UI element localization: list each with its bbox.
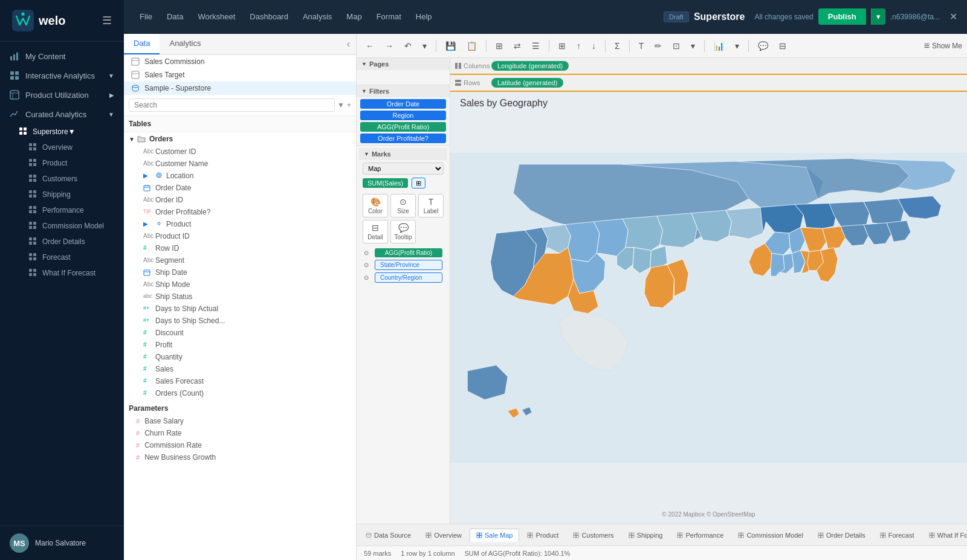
marks-options[interactable]: ☰ (528, 39, 544, 53)
user-profile[interactable]: MS Mario Salvatore (0, 526, 124, 560)
field-discount[interactable]: # Discount (124, 327, 356, 339)
ds-sales-commission[interactable]: Sales Commission (124, 55, 356, 68)
marks-card-label[interactable]: T Label (418, 194, 444, 217)
sidebar-item-overview[interactable]: Overview (0, 140, 124, 155)
sidebar-item-commission-model[interactable]: Commission Model (0, 218, 124, 234)
sidebar-item-what-if-forecast[interactable]: What If Forecast (0, 265, 124, 281)
field-product[interactable]: ▶ Product (124, 218, 356, 230)
tab-sale-map[interactable]: Sale Map (470, 529, 519, 542)
field-days-to-ship-sched[interactable]: #+ Days to Ship Sched... (124, 315, 356, 327)
country-region-pill[interactable]: Country/Region (375, 272, 442, 283)
tab-product[interactable]: Product (520, 529, 565, 542)
text-button[interactable]: T (635, 39, 648, 53)
menu-worksheet[interactable]: Worksheet (192, 10, 241, 24)
add-icon[interactable]: + (347, 101, 351, 109)
marks-options-icon[interactable]: ⊞ (412, 178, 425, 188)
param-commission-rate[interactable]: # Commission Rate (124, 439, 356, 451)
menu-data[interactable]: Data (161, 10, 189, 24)
field-location[interactable]: ▶ Location (124, 170, 356, 182)
menu-file[interactable]: File (134, 10, 158, 24)
marks-toggle[interactable]: ▼ (364, 151, 369, 157)
ds-sample-superstore[interactable]: Sample - Superstore (124, 82, 356, 95)
state-province-pill[interactable]: State/Province (375, 260, 442, 270)
sidebar-item-customers[interactable]: Customers (0, 171, 124, 187)
publish-dropdown-button[interactable]: ▾ (871, 8, 885, 25)
filter-profit-ratio[interactable]: AGG(Profit Ratio) (360, 122, 446, 132)
field-segment[interactable]: Abc Segment (124, 254, 356, 266)
field-row-id[interactable]: # Row ID (124, 242, 356, 254)
param-new-business[interactable]: # New Business Growth (124, 451, 356, 463)
marks-select-button[interactable]: ⊞ (491, 39, 507, 53)
sidebar-item-superstore[interactable]: Superstore ▼ (0, 124, 124, 140)
sidebar-item-curated-analytics[interactable]: Curated Analytics ▼ (0, 105, 124, 124)
field-ship-mode[interactable]: Abc Ship Mode (124, 278, 356, 291)
menu-map[interactable]: Map (340, 10, 367, 24)
field-sales[interactable]: # Sales (124, 363, 356, 375)
field-profit[interactable]: # Profit (124, 339, 356, 351)
sidebar-item-interactive-analytics[interactable]: Interactive Analytics ▼ (0, 66, 124, 85)
pages-toggle[interactable]: ▼ (361, 61, 367, 67)
menu-dashboard[interactable]: Dashboard (244, 10, 294, 24)
param-churn-rate[interactable]: # Churn Rate (124, 427, 356, 439)
show-me-button[interactable]: ≡ Show Me (924, 40, 962, 51)
tab-forecast[interactable]: Forecast (873, 529, 921, 542)
tab-what-if-forecast[interactable]: What If Forecast (922, 529, 967, 542)
search-input[interactable] (129, 98, 335, 112)
tab-shipping[interactable]: Shipping (622, 529, 670, 542)
save-button[interactable]: 💾 (441, 39, 460, 53)
field-ship-date[interactable]: Ship Date (124, 266, 356, 278)
latitude-pill[interactable]: Latitude (generated) (491, 78, 563, 88)
panel-close-icon[interactable]: ‹ (341, 34, 356, 54)
forward-button[interactable]: → (381, 39, 398, 53)
marks-type-select[interactable]: Map Bar Line Circle (363, 163, 444, 175)
longitude-pill[interactable]: Longitude (generated) (491, 61, 569, 71)
border-dropdown[interactable]: ▾ (687, 39, 699, 53)
chart-type-button[interactable]: 📊 (710, 39, 728, 53)
field-product-id[interactable]: Abc Product ID (124, 230, 356, 242)
tab-customers[interactable]: Customers (566, 529, 620, 542)
tab-performance[interactable]: Performance (670, 529, 730, 542)
edit-button[interactable]: ✏ (650, 39, 666, 53)
sidebar-item-my-content[interactable]: My Content (0, 47, 124, 66)
marks-card-tooltip[interactable]: 💬 Tooltip (390, 220, 416, 243)
tab-order-details[interactable]: Order Details (811, 529, 872, 542)
menu-analysis[interactable]: Analysis (297, 10, 338, 24)
swap-button[interactable]: ⇄ (509, 39, 525, 53)
field-days-to-ship[interactable]: #+ Days to Ship Actual (124, 303, 356, 315)
orders-table-header[interactable]: ▼ Orders (124, 132, 356, 146)
sort-desc[interactable]: ↓ (587, 39, 600, 53)
sidebar-item-product-utilization[interactable]: Product Utilization ▶ (0, 85, 124, 105)
field-order-id[interactable]: Abc Order ID (124, 194, 356, 206)
tab-analytics[interactable]: Analytics (160, 34, 210, 54)
group-button[interactable]: ⊞ (554, 39, 570, 53)
filter-order-date[interactable]: Order Date (360, 99, 446, 109)
tab-data[interactable]: Data (124, 34, 160, 54)
close-icon[interactable]: ✕ (949, 11, 957, 22)
field-order-profitable[interactable]: T|F Order Profitable? (124, 206, 356, 218)
marks-card-detail[interactable]: ⊟ Detail (363, 220, 388, 243)
param-base-salary[interactable]: # Base Salary (124, 415, 356, 427)
marks-card-color[interactable]: 🎨 Color (363, 194, 388, 217)
menu-help[interactable]: Help (410, 10, 438, 24)
new-sheet-button[interactable]: 📋 (462, 39, 481, 53)
filter-region[interactable]: Region (360, 111, 446, 120)
field-customer-name[interactable]: Abc Customer Name (124, 158, 356, 170)
tab-data-source[interactable]: Data Source (359, 529, 418, 542)
marks-card-size[interactable]: ⊙ Size (390, 194, 416, 217)
border-button[interactable]: ⊡ (668, 39, 684, 53)
field-order-date[interactable]: Order Date (124, 182, 356, 194)
filter-order-profitable[interactable]: Order Profitable? (360, 134, 446, 143)
agg-profit-ratio-pill[interactable]: AGG(Profit Ratio) (375, 248, 442, 257)
chart-dropdown[interactable]: ▾ (731, 39, 743, 53)
field-quantity[interactable]: # Quantity (124, 351, 356, 363)
menu-format[interactable]: Format (370, 10, 407, 24)
redo-dropdown[interactable]: ▾ (418, 39, 431, 53)
filters-toggle[interactable]: ▼ (361, 88, 367, 94)
sidebar-item-order-details[interactable]: Order Details (0, 234, 124, 249)
sidebar-item-forecast[interactable]: Forecast (0, 249, 124, 265)
sidebar-item-shipping[interactable]: Shipping (0, 187, 124, 202)
filter-icon[interactable]: ▼ (337, 101, 344, 109)
field-orders-count[interactable]: # Orders (Count) (124, 387, 356, 399)
tab-commission-model[interactable]: Commission Model (731, 529, 810, 542)
tab-overview[interactable]: Overview (419, 529, 468, 542)
